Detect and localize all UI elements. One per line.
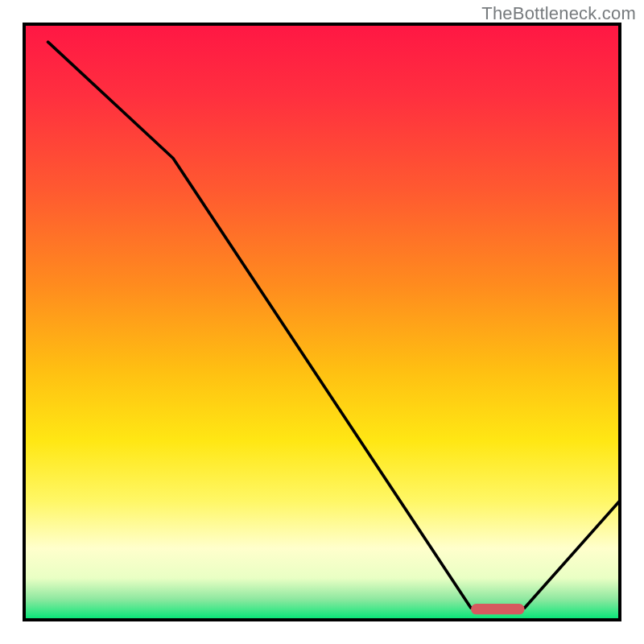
bottleneck-chart bbox=[0, 0, 644, 644]
optimum-marker bbox=[471, 604, 525, 614]
watermark-text: TheBottleneck.com bbox=[481, 3, 636, 24]
plot-background bbox=[24, 24, 620, 620]
